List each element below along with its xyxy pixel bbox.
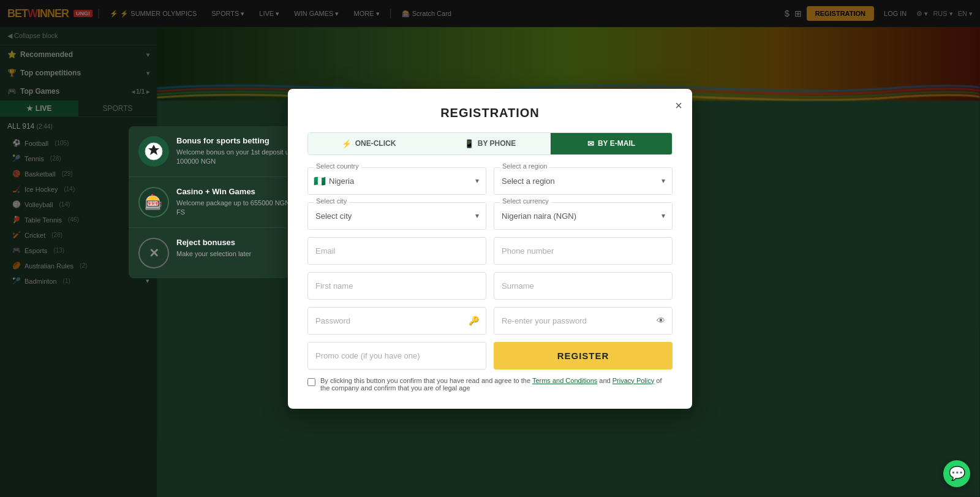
chat-icon: 💬 [949, 466, 965, 482]
chat-button[interactable]: 💬 [943, 460, 970, 487]
tab-by-phone[interactable]: 📱 BY PHONE [429, 133, 551, 154]
key-icon: 🔑 [469, 316, 479, 325]
register-submit-button[interactable]: REGISTER [494, 342, 673, 370]
phone-icon: 📱 [464, 139, 474, 148]
form-row-name [307, 272, 673, 300]
form-row-city-currency: Select city Select city ▾ Select currenc… [307, 202, 673, 230]
terms-checkbox[interactable] [307, 378, 315, 386]
email-field [307, 237, 486, 265]
registration-modal: × REGISTRATION ⚡ ONE-CLICK 📱 BY PHONE ✉ … [288, 89, 692, 409]
country-field: Select country 🇳🇬 Nigeria ▾ [307, 167, 486, 195]
repassword-field: 👁 [494, 307, 673, 335]
tab-by-email[interactable]: ✉ BY E-MAIL [551, 133, 672, 154]
region-label: Select a region [500, 162, 549, 170]
terms-link1[interactable]: Terms and Conditions [532, 377, 597, 384]
currency-field: Select currency Nigerian naira (NGN) ▾ [494, 202, 673, 230]
terms-and: and [599, 377, 610, 384]
firstname-input[interactable] [307, 272, 486, 300]
register-btn-wrap: REGISTER [494, 342, 673, 370]
eye-icon[interactable]: 👁 [657, 316, 665, 325]
lightning-icon: ⚡ [342, 139, 352, 148]
close-modal-button[interactable]: × [675, 99, 682, 113]
nigeria-flag-icon: 🇳🇬 [314, 175, 326, 187]
form-row-country-region: Select country 🇳🇬 Nigeria ▾ Select a reg… [307, 167, 673, 195]
surname-field [494, 272, 673, 300]
city-label: Select city [314, 197, 349, 205]
surname-input[interactable] [494, 272, 673, 300]
form-row-promo-register: REGISTER [307, 342, 673, 370]
country-label: Select country [314, 162, 361, 170]
privacy-link[interactable]: Privacy Policy [612, 377, 654, 384]
reject-bonus-desc: Make your selection later [176, 249, 251, 259]
reject-bonus-icon: ✕ [138, 238, 169, 268]
currency-select[interactable]: Nigerian naira (NGN) [494, 202, 673, 230]
modal-title: REGISTRATION [307, 106, 673, 120]
promo-input[interactable] [307, 342, 486, 370]
registration-tabs: ⚡ ONE-CLICK 📱 BY PHONE ✉ BY E-MAIL [307, 132, 673, 155]
sports-bonus-icon [138, 136, 169, 167]
email-icon: ✉ [587, 139, 594, 148]
phone-input[interactable] [494, 237, 673, 265]
form-row-email-phone [307, 237, 673, 265]
firstname-field [307, 272, 486, 300]
modal-overlay: Bonus for sports betting Welcome bonus o… [0, 0, 980, 497]
terms-row: By clicking this button you confirm that… [307, 377, 673, 392]
phone-field [494, 237, 673, 265]
password-input[interactable] [307, 307, 486, 335]
password-field: 🔑 [307, 307, 486, 335]
city-select[interactable]: Select city [307, 202, 486, 230]
promo-field [307, 342, 486, 370]
tab-one-click[interactable]: ⚡ ONE-CLICK [308, 133, 429, 154]
soccer-ball-icon [145, 142, 163, 161]
reject-bonus-title: Reject bonuses [176, 238, 251, 247]
repassword-input[interactable] [494, 307, 673, 335]
form-row-password: 🔑 👁 [307, 307, 673, 335]
currency-label: Select currency [500, 197, 551, 205]
terms-text: By clicking this button you confirm that… [320, 377, 530, 384]
region-select[interactable]: Select a region [494, 167, 673, 195]
casino-bonus-icon: 🎰 [138, 187, 169, 218]
region-field: Select a region Select a region ▾ [494, 167, 673, 195]
city-field: Select city Select city ▾ [307, 202, 486, 230]
email-input[interactable] [307, 237, 486, 265]
country-select[interactable]: Nigeria [307, 167, 486, 195]
